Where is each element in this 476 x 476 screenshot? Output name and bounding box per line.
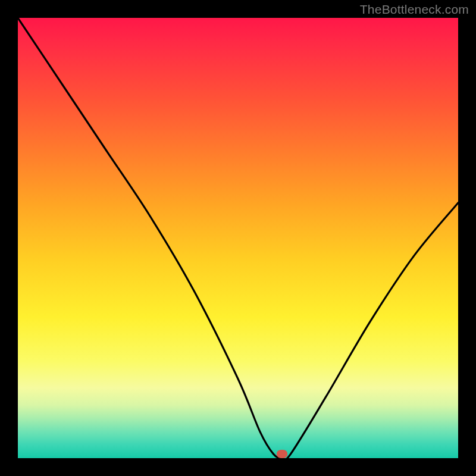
chart-frame: TheBottleneck.com: [0, 0, 476, 476]
curve-path: [18, 18, 458, 458]
optimal-point-marker: [277, 450, 287, 458]
plot-area: [18, 18, 458, 458]
bottleneck-curve: [18, 18, 458, 458]
watermark-text: TheBottleneck.com: [360, 2, 469, 17]
